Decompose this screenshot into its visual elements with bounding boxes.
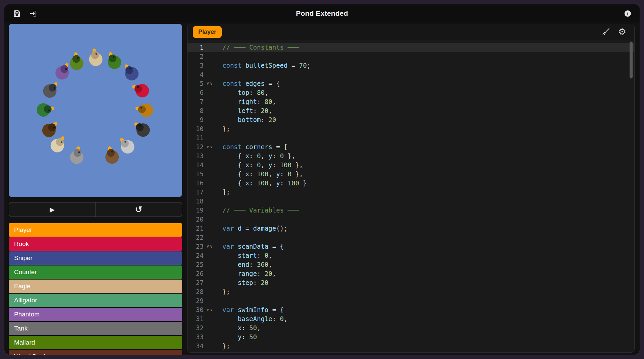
reset-button[interactable]: ↺ xyxy=(95,202,182,217)
fold-gutter-spacer xyxy=(204,296,222,305)
play-button[interactable]: ▶ xyxy=(9,202,95,217)
fold-gutter-spacer xyxy=(204,152,222,161)
player-row[interactable]: Player xyxy=(9,223,182,237)
info-icon xyxy=(624,10,632,17)
code-text xyxy=(222,70,634,79)
info-button[interactable] xyxy=(624,10,632,17)
pond-canvas xyxy=(9,24,182,197)
code-text: top: 80, xyxy=(222,88,634,97)
line-number: 33 xyxy=(187,333,204,342)
code-text xyxy=(222,296,634,305)
player-row[interactable]: Mallard xyxy=(9,336,182,349)
pond-svg xyxy=(9,24,182,197)
code-line[interactable]: 33 y: 50 xyxy=(187,333,634,342)
code-line[interactable]: 18 xyxy=(187,197,634,206)
player-row[interactable]: Counter xyxy=(9,265,182,279)
app-header: Pond Extended xyxy=(4,4,640,22)
code-line[interactable]: 24 start: 0, xyxy=(187,251,634,260)
line-number: 34 xyxy=(187,342,204,351)
code-line[interactable]: 23∨∨var scanData = { xyxy=(187,242,634,251)
line-number: 29 xyxy=(187,296,204,305)
code-line[interactable]: 10}; xyxy=(187,124,634,133)
tab-player[interactable]: Player xyxy=(193,26,222,38)
fold-chevron-icon[interactable]: ∨∨ xyxy=(204,242,222,251)
code-line[interactable]: 29 xyxy=(187,296,634,305)
header-left-actions xyxy=(13,10,37,17)
fold-gutter-spacer xyxy=(204,251,222,260)
code-line[interactable]: 8 left: 20, xyxy=(187,106,634,115)
line-number: 3 xyxy=(187,61,204,70)
code-line[interactable]: 16 { x: 100, y: 100 } xyxy=(187,179,634,188)
player-name: Player xyxy=(14,226,32,234)
line-number: 23 xyxy=(187,242,204,251)
line-number: 25 xyxy=(187,260,204,269)
app-title: Pond Extended xyxy=(296,9,348,17)
code-line[interactable]: 25 end: 360, xyxy=(187,260,634,269)
fold-gutter-spacer xyxy=(204,224,222,233)
line-number: 17 xyxy=(187,188,204,197)
fold-gutter-spacer xyxy=(204,323,222,333)
code-text: }; xyxy=(222,287,634,296)
player-row[interactable]: Tank xyxy=(9,322,182,335)
code-line[interactable]: 22 xyxy=(187,233,634,242)
player-row[interactable]: Wood Duck xyxy=(9,350,182,355)
line-number: 22 xyxy=(187,233,204,242)
line-number: 16 xyxy=(187,179,204,188)
save-button[interactable] xyxy=(13,10,21,17)
editor-scrollbar-thumb[interactable] xyxy=(630,42,633,78)
code-line[interactable]: 32 x: 50, xyxy=(187,323,634,333)
fold-chevron-icon[interactable]: ∨∨ xyxy=(204,79,222,88)
code-line[interactable]: 11 xyxy=(187,133,634,142)
code-line[interactable]: 28}; xyxy=(187,287,634,296)
line-number: 26 xyxy=(187,269,204,278)
code-line[interactable]: 20 xyxy=(187,215,634,224)
code-line[interactable]: 31 baseAngle: 0, xyxy=(187,314,634,323)
player-name: Sniper xyxy=(14,254,33,262)
fold-gutter-spacer xyxy=(204,260,222,269)
code-text: const corners = [ xyxy=(222,142,634,152)
player-name: Rook xyxy=(14,240,29,248)
settings-button[interactable]: ⚙ xyxy=(618,27,626,37)
code-line[interactable]: 1// ─── Constants ─── xyxy=(187,43,634,52)
fold-gutter-spacer xyxy=(204,133,222,142)
code-editor[interactable]: 1// ─── Constants ───23const bulletSpeed… xyxy=(187,40,634,352)
import-button[interactable] xyxy=(30,10,37,17)
code-line[interactable]: 14 { x: 0, y: 100 }, xyxy=(187,161,634,170)
code-text: start: 0, xyxy=(222,251,634,260)
code-line[interactable]: 12∨∨const corners = [ xyxy=(187,142,634,152)
code-line[interactable]: 15 { x: 100, y: 0 }, xyxy=(187,170,634,179)
code-line[interactable]: 17]; xyxy=(187,188,634,197)
code-line[interactable]: 5∨∨const edges = { xyxy=(187,79,634,88)
code-text: { x: 100, y: 0 }, xyxy=(222,170,634,179)
code-line[interactable]: 13 { x: 0, y: 0 }, xyxy=(187,152,634,161)
player-row[interactable]: Rook xyxy=(9,237,182,251)
code-line[interactable]: 4 xyxy=(187,70,634,79)
broom-icon xyxy=(601,27,610,36)
fold-chevron-icon[interactable]: ∨∨ xyxy=(204,305,222,314)
code-line[interactable]: 19// ─── Variables ─── xyxy=(187,206,634,215)
player-row[interactable]: Eagle xyxy=(9,280,182,293)
code-line[interactable]: 6 top: 80, xyxy=(187,88,634,97)
code-line[interactable]: 34}; xyxy=(187,342,634,351)
fold-chevron-icon[interactable]: ∨∨ xyxy=(204,142,222,152)
fold-gutter-spacer xyxy=(204,179,222,188)
player-row[interactable]: Alligator xyxy=(9,294,182,307)
code-line[interactable]: 3const bulletSpeed = 70; xyxy=(187,61,634,70)
player-row[interactable]: Phantom xyxy=(9,308,182,321)
code-line[interactable]: 21var d = damage(); xyxy=(187,224,634,233)
format-button[interactable] xyxy=(601,27,610,36)
line-number: 10 xyxy=(187,124,204,133)
line-number: 7 xyxy=(187,97,204,106)
code-line[interactable]: 27 step: 20 xyxy=(187,278,634,287)
code-line[interactable]: 7 right: 80, xyxy=(187,97,634,106)
code-text: { x: 0, y: 0 }, xyxy=(222,152,634,161)
code-line[interactable]: 26 range: 20, xyxy=(187,269,634,278)
code-line[interactable]: 30∨∨var swimInfo = { xyxy=(187,305,634,314)
fold-gutter-spacer xyxy=(204,43,222,52)
fold-gutter-spacer xyxy=(204,188,222,197)
fold-gutter-spacer xyxy=(204,70,222,79)
line-number: 4 xyxy=(187,70,204,79)
player-row[interactable]: Sniper xyxy=(9,251,182,265)
code-line[interactable]: 2 xyxy=(187,52,634,61)
code-line[interactable]: 9 bottom: 20 xyxy=(187,115,634,124)
